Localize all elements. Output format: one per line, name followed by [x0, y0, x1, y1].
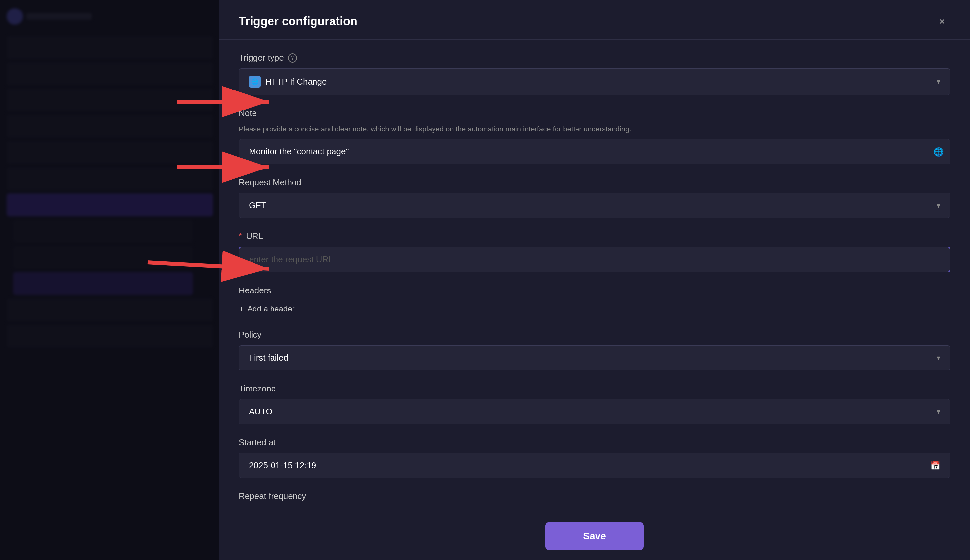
note-input[interactable] — [239, 139, 950, 164]
note-label: Note — [239, 108, 950, 118]
save-button[interactable]: Save — [545, 522, 644, 550]
modal-header: Trigger configuration × — [219, 0, 970, 40]
calendar-icon: 📅 — [930, 461, 940, 470]
url-label: * URL — [239, 231, 950, 241]
request-method-select[interactable]: GET ▾ — [239, 193, 950, 218]
note-sublabel: Please provide a concise and clear note,… — [239, 123, 950, 135]
url-section: * URL — [239, 231, 950, 272]
request-method-label: Request Method — [239, 177, 950, 188]
timezone-select[interactable]: AUTO ▾ — [239, 399, 950, 424]
modal-title: Trigger configuration — [239, 15, 357, 28]
policy-label: Policy — [239, 330, 950, 340]
background-overlay — [0, 0, 220, 560]
policy-section: Policy First failed ▾ — [239, 330, 950, 370]
add-header-button[interactable]: + Add a header — [239, 301, 295, 317]
headers-section: Headers + Add a header — [239, 285, 950, 317]
policy-select[interactable]: First failed ▾ — [239, 345, 950, 370]
trigger-type-label: Trigger type ? — [239, 53, 950, 63]
request-method-section: Request Method GET ▾ — [239, 177, 950, 218]
modal-footer: Save — [219, 512, 970, 560]
url-input[interactable] — [239, 247, 950, 272]
note-section: Note Please provide a concise and clear … — [239, 108, 950, 164]
chevron-down-icon: ▾ — [937, 201, 940, 210]
trigger-configuration-modal: Trigger configuration × Trigger type ? 🌐… — [219, 0, 970, 560]
repeat-frequency-label: Repeat frequency — [239, 491, 950, 501]
globe-icon[interactable]: 🌐 — [933, 147, 944, 157]
timezone-section: Timezone AUTO ▾ — [239, 383, 950, 424]
started-at-section: Started at 2025-01-15 12:19 📅 — [239, 437, 950, 478]
timezone-label: Timezone — [239, 383, 950, 394]
chevron-down-icon: ▾ — [937, 408, 940, 416]
started-at-input[interactable]: 2025-01-15 12:19 📅 — [239, 453, 950, 478]
chevron-down-icon: ▾ — [937, 354, 940, 362]
required-indicator: * — [239, 231, 242, 241]
note-input-wrapper: 🌐 — [239, 139, 950, 164]
close-button[interactable]: × — [934, 13, 950, 30]
headers-label: Headers — [239, 285, 950, 296]
started-at-label: Started at — [239, 437, 950, 448]
help-icon[interactable]: ? — [288, 53, 297, 63]
repeat-frequency-section: Repeat frequency — [239, 491, 950, 501]
chevron-down-icon: ▾ — [937, 77, 940, 86]
modal-body: Trigger type ? 🌐 HTTP If Change ▾ Note P… — [219, 40, 970, 512]
trigger-type-select[interactable]: 🌐 HTTP If Change ▾ — [239, 68, 950, 95]
http-icon: 🌐 — [249, 76, 261, 88]
trigger-type-section: Trigger type ? 🌐 HTTP If Change ▾ — [239, 53, 950, 95]
plus-icon: + — [239, 303, 244, 314]
